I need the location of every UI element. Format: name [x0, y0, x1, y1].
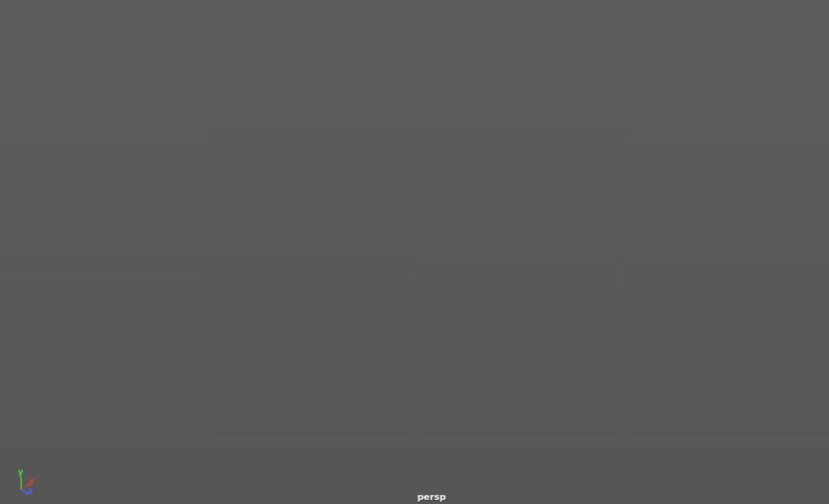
axis-x-line	[21, 484, 29, 489]
viewport-3d[interactable]: y x z persp	[0, 0, 829, 504]
axis-y-label: y	[18, 467, 24, 476]
camera-name-label: persp	[0, 492, 829, 502]
axis-x-label: x	[29, 476, 34, 485]
